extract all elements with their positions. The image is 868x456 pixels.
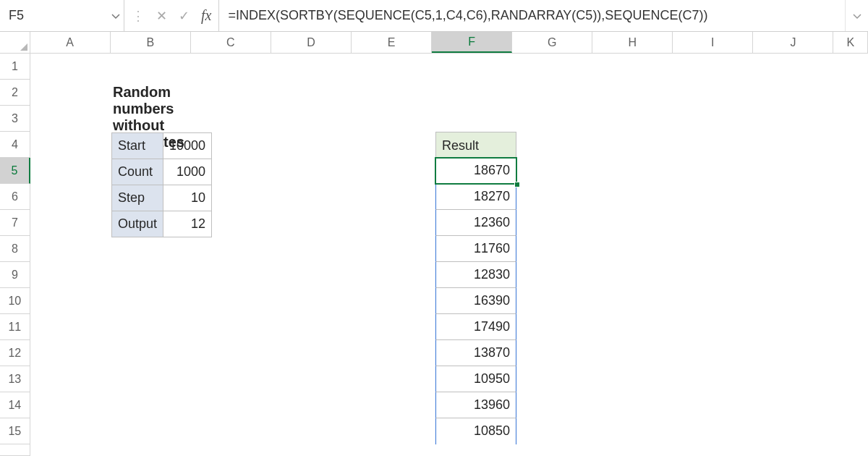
cell-I7[interactable] — [673, 210, 753, 236]
cell-G6[interactable] — [512, 184, 592, 210]
name-box-dropdown-icon[interactable] — [111, 11, 121, 21]
cell-J12[interactable] — [753, 340, 833, 366]
cell-E1[interactable] — [352, 54, 432, 80]
cell-I13[interactable] — [673, 366, 753, 392]
cell-G2[interactable] — [512, 80, 592, 106]
row-header-11[interactable]: 11 — [0, 314, 30, 340]
cell-K1[interactable] — [833, 54, 868, 80]
cell-B1[interactable] — [111, 54, 191, 80]
cell-G8[interactable] — [512, 236, 592, 262]
cell-E6[interactable] — [352, 184, 432, 210]
row-header-14[interactable]: 14 — [0, 392, 30, 418]
cell-J2[interactable] — [753, 80, 833, 106]
cell-J15[interactable] — [753, 418, 833, 444]
cell-A13[interactable] — [30, 366, 111, 392]
cell-G7[interactable] — [512, 210, 592, 236]
cell-J13[interactable] — [753, 366, 833, 392]
select-all-corner[interactable] — [0, 32, 30, 53]
cell-C11[interactable] — [191, 314, 271, 340]
cell-K11[interactable] — [833, 314, 868, 340]
cell-B12[interactable] — [111, 340, 191, 366]
cell-K4[interactable] — [833, 132, 868, 158]
cell-H9[interactable] — [592, 262, 673, 288]
cell-I1[interactable] — [673, 54, 753, 80]
cell-E4[interactable] — [352, 132, 432, 158]
cell-A14[interactable] — [30, 392, 111, 418]
row-header-5[interactable]: 5 — [0, 158, 30, 184]
cell-F3[interactable] — [432, 106, 512, 132]
cell-C3[interactable] — [191, 106, 271, 132]
row-header-1[interactable]: 1 — [0, 54, 30, 80]
cell-I12[interactable] — [673, 340, 753, 366]
cell-I11[interactable] — [673, 314, 753, 340]
cell-G5[interactable] — [512, 158, 592, 184]
cell-G14[interactable] — [512, 392, 592, 418]
cell-I8[interactable] — [673, 236, 753, 262]
param-value[interactable]: 10 — [163, 185, 212, 211]
cell-K13[interactable] — [833, 366, 868, 392]
cell-B10[interactable] — [111, 288, 191, 314]
cell-E12[interactable] — [352, 340, 432, 366]
worksheet-grid[interactable]: ABCDEFGHIJK 123456789101112131415 Random… — [0, 32, 868, 456]
row-header-3[interactable]: 3 — [0, 106, 30, 132]
cell-E3[interactable] — [352, 106, 432, 132]
param-value[interactable]: 10000 — [163, 133, 212, 159]
cell-D13[interactable] — [271, 366, 352, 392]
formula-input[interactable]: =INDEX(SORTBY(SEQUENCE(C5,1,C4,C6),RANDA… — [219, 0, 845, 31]
result-cell[interactable]: 13870 — [435, 340, 516, 366]
col-header-C[interactable]: C — [191, 32, 271, 53]
cell-C1[interactable] — [191, 54, 271, 80]
cell-A3[interactable] — [30, 106, 111, 132]
cell-E9[interactable] — [352, 262, 432, 288]
cell-C10[interactable] — [191, 288, 271, 314]
cell-H15[interactable] — [592, 418, 673, 444]
cell-E2[interactable] — [352, 80, 432, 106]
cell-J5[interactable] — [753, 158, 833, 184]
cell-E8[interactable] — [352, 236, 432, 262]
cell-I3[interactable] — [673, 106, 753, 132]
cell-H5[interactable] — [592, 158, 673, 184]
cell-H13[interactable] — [592, 366, 673, 392]
result-cell[interactable]: 18270 — [435, 184, 516, 210]
param-label[interactable]: Start — [112, 133, 163, 159]
col-header-A[interactable]: A — [30, 32, 111, 53]
cell-G9[interactable] — [512, 262, 592, 288]
cell-J6[interactable] — [753, 184, 833, 210]
cell-A5[interactable] — [30, 158, 111, 184]
cell-J10[interactable] — [753, 288, 833, 314]
cell-D5[interactable] — [271, 158, 352, 184]
row-header-7[interactable]: 7 — [0, 210, 30, 236]
cell-B14[interactable] — [111, 392, 191, 418]
result-cell[interactable]: 18670 — [435, 158, 516, 184]
cell-G15[interactable] — [512, 418, 592, 444]
cell-D9[interactable] — [271, 262, 352, 288]
cell-H10[interactable] — [592, 288, 673, 314]
cell-K10[interactable] — [833, 288, 868, 314]
cell-E5[interactable] — [352, 158, 432, 184]
cell-K2[interactable] — [833, 80, 868, 106]
result-cell[interactable]: 17490 — [435, 314, 516, 340]
row-header-2[interactable]: 2 — [0, 80, 30, 106]
row-header-8[interactable]: 8 — [0, 236, 30, 262]
cell-I14[interactable] — [673, 392, 753, 418]
cell-J7[interactable] — [753, 210, 833, 236]
cell-E15[interactable] — [352, 418, 432, 444]
cell-J1[interactable] — [753, 54, 833, 80]
cell-C8[interactable] — [191, 236, 271, 262]
cell-H8[interactable] — [592, 236, 673, 262]
cell-H3[interactable] — [592, 106, 673, 132]
cell-G11[interactable] — [512, 314, 592, 340]
col-header-H[interactable]: H — [592, 32, 673, 53]
cell-A4[interactable] — [30, 132, 111, 158]
col-header-G[interactable]: G — [512, 32, 592, 53]
cell-D6[interactable] — [271, 184, 352, 210]
cell-D12[interactable] — [271, 340, 352, 366]
col-header-D[interactable]: D — [271, 32, 352, 53]
row-header-13[interactable]: 13 — [0, 366, 30, 392]
cell-A15[interactable] — [30, 418, 111, 444]
cell-F1[interactable] — [432, 54, 512, 80]
cell-K5[interactable] — [833, 158, 868, 184]
cell-E10[interactable] — [352, 288, 432, 314]
cell-G3[interactable] — [512, 106, 592, 132]
cell-B13[interactable] — [111, 366, 191, 392]
